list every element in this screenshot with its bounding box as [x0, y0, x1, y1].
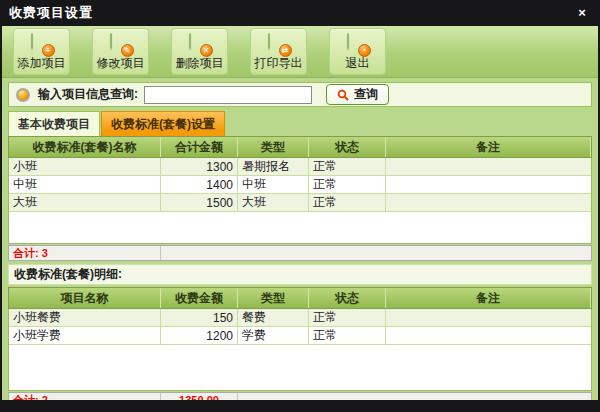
dialog-frame: + 添加项目 ✎ 修改项目 ✕ 删除项目 [2, 26, 598, 400]
table-row[interactable]: 小班餐费 150 餐费 正常 [9, 309, 591, 327]
column-header: 备注 [386, 288, 591, 308]
detail-table-footer: 合计: 2 1350.00 [8, 392, 592, 400]
print-export-button[interactable]: ⇄ 打印导出 [250, 28, 307, 75]
column-header: 备注 [386, 137, 591, 157]
add-item-button[interactable]: + 添加项目 [13, 28, 70, 75]
title-bar: 收费项目设置 × [0, 0, 600, 26]
column-header: 类型 [238, 137, 309, 157]
package-total: 合计: 3 [9, 246, 161, 260]
column-header: 状态 [309, 288, 386, 308]
pencil-badge-icon: ✎ [121, 44, 134, 57]
search-bar: 输入项目信息查询: 查询 [8, 82, 592, 107]
tab-package-settings[interactable]: 收费标准(套餐)设置 [101, 111, 225, 136]
tab-basic-fee-items[interactable]: 基本收费项目 [8, 111, 100, 136]
plus-badge-icon: + [42, 44, 55, 57]
window-bottom-frame [0, 400, 600, 412]
search-label: 输入项目信息查询: [38, 86, 138, 103]
column-header: 项目名称 [9, 288, 161, 308]
exit-label: 退出 [346, 57, 370, 69]
edit-item-button[interactable]: ✎ 修改项目 [92, 28, 149, 75]
arrows-badge-icon: ⇄ [279, 44, 292, 57]
column-header: 类型 [238, 288, 309, 308]
add-item-icon: + [31, 34, 53, 55]
edit-item-icon: ✎ [110, 34, 132, 55]
page-title: 收费项目设置 [9, 4, 573, 22]
detail-table: 项目名称 收费金额 类型 状态 备注 小班餐费 150 餐费 正常 小班学费 1… [8, 287, 592, 400]
column-header: 合计金额 [161, 137, 238, 157]
tab-bar: 基本收费项目 收费标准(套餐)设置 [8, 111, 592, 136]
query-button-label: 查询 [354, 86, 378, 103]
table-row[interactable]: 中班 1400 中班 正常 [9, 176, 591, 194]
search-icon [337, 89, 349, 101]
close-icon[interactable]: × [573, 4, 591, 22]
add-item-label: 添加项目 [18, 57, 66, 69]
table-row[interactable]: 大班 1500 大班 正常 [9, 194, 591, 212]
detail-total: 合计: 2 [9, 393, 161, 400]
delete-item-icon: ✕ [189, 34, 211, 55]
edit-item-label: 修改项目 [97, 57, 145, 69]
delete-item-button[interactable]: ✕ 删除项目 [171, 28, 228, 75]
query-button[interactable]: 查询 [326, 84, 389, 105]
cross-badge-icon: ✕ [200, 44, 213, 57]
table-row[interactable]: 小班学费 1200 学费 正常 [9, 327, 591, 345]
detail-section-label: 收费标准(套餐)明细: [8, 264, 592, 285]
package-table-header: 收费标准(套餐)名称 合计金额 类型 状态 备注 [8, 136, 592, 158]
detail-table-body: 小班餐费 150 餐费 正常 小班学费 1200 学费 正常 [8, 309, 592, 391]
column-header: 状态 [309, 137, 386, 157]
toolbar: + 添加项目 ✎ 修改项目 ✕ 删除项目 [2, 26, 598, 78]
column-header: 收费金额 [161, 288, 238, 308]
orb-icon [16, 88, 30, 102]
exit-icon: ◔ [347, 34, 369, 55]
exit-button[interactable]: ◔ 退出 [329, 28, 386, 75]
package-table: 收费标准(套餐)名称 合计金额 类型 状态 备注 小班 1300 暑期报名 正常… [8, 136, 592, 261]
package-table-body: 小班 1300 暑期报名 正常 中班 1400 中班 正常 大班 1500 大班 [8, 158, 592, 244]
detail-table-header: 项目名称 收费金额 类型 状态 备注 [8, 287, 592, 309]
fee-settings-dialog: 收费项目设置 × + 添加项目 ✎ 修改项目 ✕ [0, 0, 600, 412]
column-header: 收费标准(套餐)名称 [9, 137, 161, 157]
delete-item-label: 删除项目 [176, 57, 224, 69]
table-row[interactable]: 小班 1300 暑期报名 正常 [9, 158, 591, 176]
clock-badge-icon: ◔ [358, 44, 371, 57]
package-table-footer: 合计: 3 [8, 245, 592, 261]
print-export-icon: ⇄ [268, 34, 290, 55]
search-input[interactable] [144, 86, 312, 104]
print-export-label: 打印导出 [255, 57, 303, 69]
detail-amount-total: 1350.00 [161, 393, 238, 400]
